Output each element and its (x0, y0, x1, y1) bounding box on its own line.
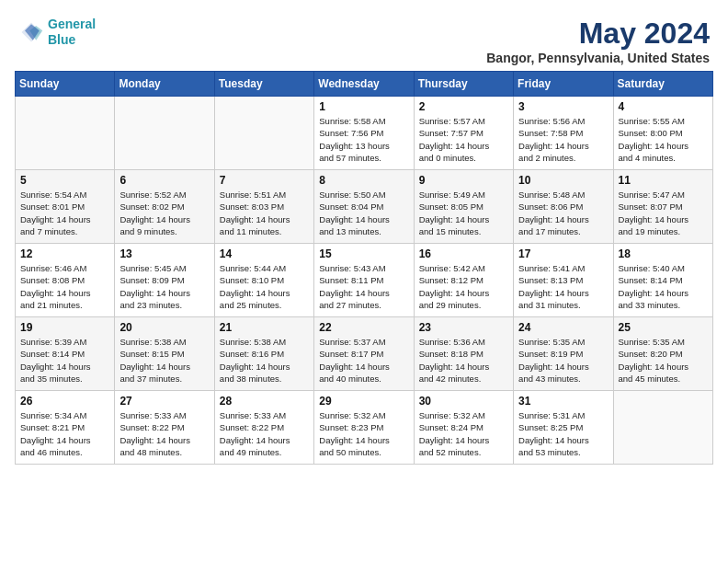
calendar-cell: 28Sunrise: 5:33 AMSunset: 8:22 PMDayligh… (214, 391, 313, 465)
day-number: 16 (419, 247, 509, 260)
day-number: 24 (518, 321, 609, 334)
calendar-cell: 11Sunrise: 5:47 AMSunset: 8:07 PMDayligh… (613, 170, 712, 244)
day-number: 13 (119, 247, 210, 260)
day-info: Sunrise: 5:40 AMSunset: 8:14 PMDaylight:… (619, 262, 709, 311)
calendar-cell: 15Sunrise: 5:43 AMSunset: 8:11 PMDayligh… (314, 244, 414, 317)
calendar-cell: 18Sunrise: 5:40 AMSunset: 8:14 PMDayligh… (613, 244, 712, 317)
day-header-saturday: Saturday (613, 72, 712, 97)
day-number: 23 (419, 321, 509, 334)
calendar-cell (115, 97, 214, 170)
day-number: 4 (619, 100, 709, 113)
day-info: Sunrise: 5:51 AMSunset: 8:03 PMDaylight:… (220, 189, 310, 237)
day-info: Sunrise: 5:33 AMSunset: 8:22 PMDaylight:… (119, 409, 210, 458)
logo-icon (18, 19, 44, 45)
day-info: Sunrise: 5:39 AMSunset: 8:14 PMDaylight:… (20, 336, 110, 385)
day-number: 26 (20, 395, 110, 408)
day-number: 14 (220, 247, 310, 260)
day-info: Sunrise: 5:35 AMSunset: 8:19 PMDaylight:… (518, 336, 609, 385)
day-info: Sunrise: 5:32 AMSunset: 8:23 PMDaylight:… (319, 409, 409, 458)
day-info: Sunrise: 5:52 AMSunset: 8:02 PMDaylight:… (119, 189, 210, 237)
calendar-cell: 26Sunrise: 5:34 AMSunset: 8:21 PMDayligh… (16, 391, 115, 465)
calendar-cell: 24Sunrise: 5:35 AMSunset: 8:19 PMDayligh… (514, 317, 613, 391)
calendar-wrapper: SundayMondayTuesdayWednesdayThursdayFrid… (9, 71, 719, 470)
calendar-cell: 2Sunrise: 5:57 AMSunset: 7:57 PMDaylight… (414, 97, 513, 170)
day-number: 29 (319, 395, 409, 408)
day-number: 27 (119, 395, 210, 408)
day-info: Sunrise: 5:33 AMSunset: 8:22 PMDaylight:… (220, 409, 310, 458)
month-title: May 2024 (486, 17, 710, 51)
day-info: Sunrise: 5:35 AMSunset: 8:20 PMDaylight:… (619, 336, 709, 385)
day-info: Sunrise: 5:37 AMSunset: 8:17 PMDaylight:… (319, 336, 409, 385)
day-info: Sunrise: 5:45 AMSunset: 8:09 PMDaylight:… (119, 262, 210, 311)
day-number: 3 (518, 100, 609, 113)
calendar-cell: 9Sunrise: 5:49 AMSunset: 8:05 PMDaylight… (414, 170, 513, 244)
day-number: 8 (319, 174, 409, 187)
day-info: Sunrise: 5:46 AMSunset: 8:08 PMDaylight:… (20, 262, 110, 311)
day-header-wednesday: Wednesday (314, 72, 414, 97)
day-number: 19 (20, 321, 110, 334)
calendar-cell: 22Sunrise: 5:37 AMSunset: 8:17 PMDayligh… (314, 317, 414, 391)
calendar-cell: 3Sunrise: 5:56 AMSunset: 7:58 PMDaylight… (514, 97, 613, 170)
day-number: 10 (518, 174, 609, 187)
day-header-friday: Friday (514, 72, 613, 97)
day-info: Sunrise: 5:42 AMSunset: 8:12 PMDaylight:… (419, 262, 509, 311)
day-info: Sunrise: 5:34 AMSunset: 8:21 PMDaylight:… (20, 409, 110, 458)
calendar-table: SundayMondayTuesdayWednesdayThursdayFrid… (15, 71, 713, 465)
calendar-cell (214, 97, 313, 170)
day-info: Sunrise: 5:56 AMSunset: 7:58 PMDaylight:… (518, 115, 609, 164)
day-header-tuesday: Tuesday (214, 72, 313, 97)
day-header-monday: Monday (115, 72, 214, 97)
day-number: 30 (419, 395, 509, 408)
location-title: Bangor, Pennsylvania, United States (486, 51, 710, 65)
day-number: 15 (319, 247, 409, 260)
calendar-cell: 13Sunrise: 5:45 AMSunset: 8:09 PMDayligh… (115, 244, 214, 317)
day-header-thursday: Thursday (414, 72, 513, 97)
logo-text: General Blue (48, 17, 96, 48)
calendar-cell: 27Sunrise: 5:33 AMSunset: 8:22 PMDayligh… (115, 391, 214, 465)
title-block: May 2024 Bangor, Pennsylvania, United St… (486, 17, 710, 65)
calendar-cell: 16Sunrise: 5:42 AMSunset: 8:12 PMDayligh… (414, 244, 513, 317)
day-info: Sunrise: 5:31 AMSunset: 8:25 PMDaylight:… (518, 409, 609, 458)
day-number: 31 (518, 395, 609, 408)
day-number: 28 (220, 395, 310, 408)
day-info: Sunrise: 5:41 AMSunset: 8:13 PMDaylight:… (518, 262, 609, 311)
calendar-cell (16, 97, 115, 170)
day-info: Sunrise: 5:54 AMSunset: 8:01 PMDaylight:… (20, 189, 110, 237)
day-number: 20 (119, 321, 210, 334)
calendar-cell (613, 391, 712, 465)
day-info: Sunrise: 5:32 AMSunset: 8:24 PMDaylight:… (419, 409, 509, 458)
calendar-cell: 6Sunrise: 5:52 AMSunset: 8:02 PMDaylight… (115, 170, 214, 244)
calendar-cell: 7Sunrise: 5:51 AMSunset: 8:03 PMDaylight… (214, 170, 313, 244)
day-number: 6 (119, 174, 210, 187)
day-info: Sunrise: 5:38 AMSunset: 8:15 PMDaylight:… (119, 336, 210, 385)
day-number: 17 (518, 247, 609, 260)
day-number: 1 (319, 100, 409, 113)
logo: General Blue (18, 17, 96, 48)
day-number: 25 (619, 321, 709, 334)
calendar-cell: 8Sunrise: 5:50 AMSunset: 8:04 PMDaylight… (314, 170, 414, 244)
day-number: 22 (319, 321, 409, 334)
calendar-cell: 5Sunrise: 5:54 AMSunset: 8:01 PMDaylight… (16, 170, 115, 244)
calendar-cell: 17Sunrise: 5:41 AMSunset: 8:13 PMDayligh… (514, 244, 613, 317)
page-header: General Blue May 2024 Bangor, Pennsylvan… (9, 9, 719, 71)
day-number: 11 (619, 174, 709, 187)
day-info: Sunrise: 5:38 AMSunset: 8:16 PMDaylight:… (220, 336, 310, 385)
calendar-cell: 23Sunrise: 5:36 AMSunset: 8:18 PMDayligh… (414, 317, 513, 391)
day-info: Sunrise: 5:44 AMSunset: 8:10 PMDaylight:… (220, 262, 310, 311)
day-info: Sunrise: 5:36 AMSunset: 8:18 PMDaylight:… (419, 336, 509, 385)
calendar-cell: 25Sunrise: 5:35 AMSunset: 8:20 PMDayligh… (613, 317, 712, 391)
calendar-cell: 12Sunrise: 5:46 AMSunset: 8:08 PMDayligh… (16, 244, 115, 317)
day-info: Sunrise: 5:43 AMSunset: 8:11 PMDaylight:… (319, 262, 409, 311)
day-number: 7 (220, 174, 310, 187)
calendar-cell: 21Sunrise: 5:38 AMSunset: 8:16 PMDayligh… (214, 317, 313, 391)
calendar-cell: 20Sunrise: 5:38 AMSunset: 8:15 PMDayligh… (115, 317, 214, 391)
day-number: 18 (619, 247, 709, 260)
day-header-sunday: Sunday (16, 72, 115, 97)
day-number: 21 (220, 321, 310, 334)
day-info: Sunrise: 5:58 AMSunset: 7:56 PMDaylight:… (319, 115, 409, 164)
calendar-cell: 31Sunrise: 5:31 AMSunset: 8:25 PMDayligh… (514, 391, 613, 465)
calendar-cell: 30Sunrise: 5:32 AMSunset: 8:24 PMDayligh… (414, 391, 513, 465)
calendar-cell: 4Sunrise: 5:55 AMSunset: 8:00 PMDaylight… (613, 97, 712, 170)
calendar-cell: 1Sunrise: 5:58 AMSunset: 7:56 PMDaylight… (314, 97, 414, 170)
day-number: 5 (20, 174, 110, 187)
